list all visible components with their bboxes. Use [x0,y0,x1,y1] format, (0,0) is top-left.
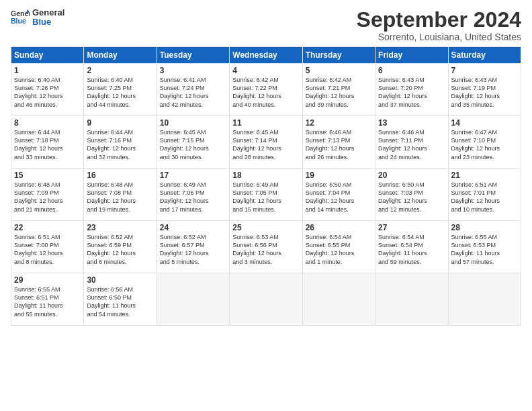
day-number: 9 [87,118,153,128]
day-cell: 12Sunrise: 6:46 AM Sunset: 7:13 PM Dayli… [302,116,375,169]
day-cell: 22Sunrise: 6:51 AM Sunset: 7:00 PM Dayli… [11,221,84,273]
day-info: Sunrise: 6:50 AM Sunset: 7:04 PM Dayligh… [306,181,372,214]
day-cell: 28Sunrise: 6:55 AM Sunset: 6:53 PM Dayli… [448,221,521,273]
day-cell [448,273,521,326]
day-number: 3 [160,66,226,75]
day-cell: 26Sunrise: 6:54 AM Sunset: 6:55 PM Dayli… [302,221,375,273]
day-info: Sunrise: 6:47 AM Sunset: 7:10 PM Dayligh… [451,128,518,161]
day-info: Sunrise: 6:41 AM Sunset: 7:24 PM Dayligh… [160,76,226,109]
day-number: 23 [87,223,153,232]
day-number: 18 [232,171,299,180]
day-number: 24 [160,223,226,232]
day-info: Sunrise: 6:48 AM Sunset: 7:08 PM Dayligh… [87,181,153,214]
col-header-monday: Monday [84,47,157,64]
day-info: Sunrise: 6:53 AM Sunset: 6:56 PM Dayligh… [232,233,299,266]
day-cell: 11Sunrise: 6:45 AM Sunset: 7:14 PM Dayli… [230,116,302,169]
page-title: September 2024 [357,8,521,32]
day-number: 15 [14,171,81,180]
logo-icon: General Blue [11,8,30,27]
day-info: Sunrise: 6:43 AM Sunset: 7:20 PM Dayligh… [378,76,445,109]
day-info: Sunrise: 6:45 AM Sunset: 7:14 PM Dayligh… [232,128,299,161]
day-info: Sunrise: 6:42 AM Sunset: 7:21 PM Dayligh… [306,76,372,109]
col-header-thursday: Thursday [302,47,375,64]
day-cell: 13Sunrise: 6:46 AM Sunset: 7:11 PM Dayli… [375,116,448,169]
day-info: Sunrise: 6:55 AM Sunset: 6:53 PM Dayligh… [451,233,518,266]
page-subtitle: Sorrento, Louisiana, United States [357,32,521,42]
week-row-5: 29Sunrise: 6:55 AM Sunset: 6:51 PM Dayli… [11,273,521,326]
day-number: 26 [306,223,372,232]
title-block: September 2024 Sorrento, Louisiana, Unit… [357,8,521,42]
day-number: 10 [160,118,226,128]
week-row-4: 22Sunrise: 6:51 AM Sunset: 7:00 PM Dayli… [11,221,521,273]
day-cell: 18Sunrise: 6:49 AM Sunset: 7:05 PM Dayli… [230,169,302,221]
day-cell: 25Sunrise: 6:53 AM Sunset: 6:56 PM Dayli… [230,221,302,273]
day-number: 4 [232,66,299,75]
calendar-table: SundayMondayTuesdayWednesdayThursdayFrid… [11,46,521,326]
day-info: Sunrise: 6:44 AM Sunset: 7:16 PM Dayligh… [87,128,153,161]
day-info: Sunrise: 6:52 AM Sunset: 6:57 PM Dayligh… [160,233,226,266]
col-header-friday: Friday [375,47,448,64]
day-number: 16 [87,171,153,180]
day-cell: 4Sunrise: 6:42 AM Sunset: 7:22 PM Daylig… [230,64,302,116]
day-cell: 5Sunrise: 6:42 AM Sunset: 7:21 PM Daylig… [302,64,375,116]
day-number: 21 [451,171,518,180]
day-cell: 3Sunrise: 6:41 AM Sunset: 7:24 PM Daylig… [157,64,229,116]
day-number: 7 [451,66,518,75]
day-number: 2 [87,66,153,75]
day-cell [157,273,229,326]
day-cell [230,273,302,326]
day-number: 27 [378,223,445,232]
day-number: 28 [451,223,518,232]
day-info: Sunrise: 6:40 AM Sunset: 7:25 PM Dayligh… [87,76,153,109]
day-number: 19 [306,171,372,180]
col-header-saturday: Saturday [448,47,521,64]
day-number: 5 [306,66,372,75]
day-info: Sunrise: 6:54 AM Sunset: 6:54 PM Dayligh… [378,233,445,266]
day-cell [302,273,375,326]
day-cell: 9Sunrise: 6:44 AM Sunset: 7:16 PM Daylig… [84,116,157,169]
svg-text:Blue: Blue [11,17,26,25]
week-row-2: 8Sunrise: 6:44 AM Sunset: 7:18 PM Daylig… [11,116,521,169]
day-cell: 2Sunrise: 6:40 AM Sunset: 7:25 PM Daylig… [84,64,157,116]
day-cell: 21Sunrise: 6:51 AM Sunset: 7:01 PM Dayli… [448,169,521,221]
day-info: Sunrise: 6:55 AM Sunset: 6:51 PM Dayligh… [14,285,81,318]
day-info: Sunrise: 6:40 AM Sunset: 7:26 PM Dayligh… [14,76,81,109]
col-header-tuesday: Tuesday [157,47,229,64]
day-cell: 27Sunrise: 6:54 AM Sunset: 6:54 PM Dayli… [375,221,448,273]
day-cell: 20Sunrise: 6:50 AM Sunset: 7:03 PM Dayli… [375,169,448,221]
week-row-1: 1Sunrise: 6:40 AM Sunset: 7:26 PM Daylig… [11,64,521,116]
day-cell: 8Sunrise: 6:44 AM Sunset: 7:18 PM Daylig… [11,116,84,169]
day-cell: 30Sunrise: 6:56 AM Sunset: 6:50 PM Dayli… [84,273,157,326]
day-cell: 19Sunrise: 6:50 AM Sunset: 7:04 PM Dayli… [302,169,375,221]
day-info: Sunrise: 6:49 AM Sunset: 7:06 PM Dayligh… [160,181,226,214]
day-cell: 15Sunrise: 6:48 AM Sunset: 7:09 PM Dayli… [11,169,84,221]
day-info: Sunrise: 6:50 AM Sunset: 7:03 PM Dayligh… [378,181,445,214]
day-number: 8 [14,118,81,128]
day-number: 30 [87,275,153,285]
day-cell: 1Sunrise: 6:40 AM Sunset: 7:26 PM Daylig… [11,64,84,116]
day-cell: 17Sunrise: 6:49 AM Sunset: 7:06 PM Dayli… [157,169,229,221]
day-info: Sunrise: 6:48 AM Sunset: 7:09 PM Dayligh… [14,181,81,214]
day-number: 25 [232,223,299,232]
day-info: Sunrise: 6:56 AM Sunset: 6:50 PM Dayligh… [87,285,153,318]
logo-general: General [32,8,64,17]
day-number: 13 [378,118,445,128]
day-cell: 23Sunrise: 6:52 AM Sunset: 6:59 PM Dayli… [84,221,157,273]
day-number: 1 [14,66,81,75]
day-info: Sunrise: 6:45 AM Sunset: 7:15 PM Dayligh… [160,128,226,161]
day-number: 20 [378,171,445,180]
day-cell: 16Sunrise: 6:48 AM Sunset: 7:08 PM Dayli… [84,169,157,221]
day-info: Sunrise: 6:42 AM Sunset: 7:22 PM Dayligh… [232,76,299,109]
day-number: 29 [14,275,81,285]
day-number: 17 [160,171,226,180]
day-number: 12 [306,118,372,128]
day-info: Sunrise: 6:46 AM Sunset: 7:13 PM Dayligh… [306,128,372,161]
col-header-sunday: Sunday [11,47,84,64]
day-cell: 24Sunrise: 6:52 AM Sunset: 6:57 PM Dayli… [157,221,229,273]
day-number: 11 [232,118,299,128]
day-number: 14 [451,118,518,128]
day-number: 22 [14,223,81,232]
day-info: Sunrise: 6:49 AM Sunset: 7:05 PM Dayligh… [232,181,299,214]
day-info: Sunrise: 6:43 AM Sunset: 7:19 PM Dayligh… [451,76,518,109]
day-cell [375,273,448,326]
